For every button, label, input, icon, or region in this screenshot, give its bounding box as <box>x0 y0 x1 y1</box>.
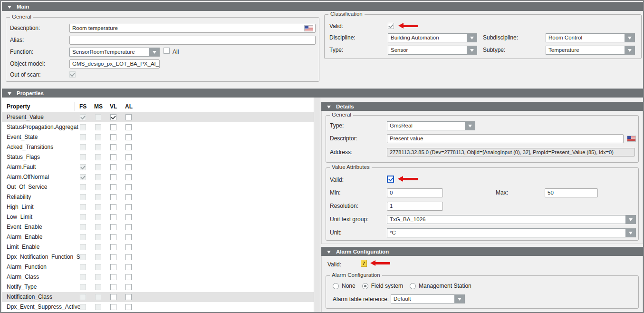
min-input[interactable]: 0 <box>387 188 443 197</box>
vl-checkbox[interactable] <box>110 304 116 310</box>
fs-checkbox[interactable] <box>80 144 86 150</box>
undefined-state-help-icon[interactable]: ? <box>361 260 367 267</box>
resolution-input[interactable]: 1 <box>387 202 443 211</box>
ms-checkbox[interactable] <box>95 164 101 170</box>
vl-checkbox[interactable] <box>110 244 116 250</box>
table-row[interactable]: Status_Flags <box>2 152 314 162</box>
column-header-property[interactable]: Property <box>7 103 30 110</box>
table-row[interactable]: Low_Limit <box>2 212 314 222</box>
table-row[interactable]: Notification_Class <box>2 292 314 302</box>
table-row[interactable]: Alarm.OffNormal <box>2 172 314 182</box>
fs-checkbox[interactable] <box>80 254 86 260</box>
ms-checkbox[interactable] <box>95 274 101 280</box>
ms-checkbox[interactable] <box>95 234 101 240</box>
al-checkbox[interactable] <box>125 244 132 250</box>
unit-dropdown[interactable]: °C <box>387 228 636 237</box>
ms-checkbox[interactable] <box>95 134 101 140</box>
max-input[interactable]: 50 <box>545 188 598 197</box>
collapse-triangle-icon[interactable] <box>8 6 11 9</box>
al-checkbox[interactable] <box>125 174 132 180</box>
al-checkbox[interactable] <box>125 124 132 130</box>
vl-checkbox[interactable] <box>110 114 116 120</box>
ms-checkbox[interactable] <box>95 184 101 190</box>
table-row[interactable]: Alarm_Class <box>2 272 314 282</box>
al-checkbox[interactable] <box>125 134 132 140</box>
function-dropdown[interactable]: SensorRoomTemperature <box>69 48 160 57</box>
vl-checkbox[interactable] <box>110 284 116 290</box>
all-checkbox[interactable] <box>163 48 170 54</box>
ms-checkbox[interactable] <box>95 124 101 130</box>
out-of-scan-checkbox[interactable] <box>69 71 76 78</box>
descriptor-input[interactable]: Present value <box>387 134 624 143</box>
vl-checkbox[interactable] <box>110 234 116 240</box>
collapse-triangle-icon[interactable] <box>327 251 331 254</box>
ms-checkbox[interactable] <box>95 254 101 260</box>
fs-checkbox[interactable] <box>80 114 86 120</box>
ms-checkbox[interactable] <box>95 304 101 310</box>
al-checkbox[interactable] <box>125 154 132 160</box>
subdiscipline-dropdown[interactable]: Room Control <box>546 33 635 42</box>
column-header-ms[interactable]: MS <box>94 103 103 110</box>
column-header-al[interactable]: AL <box>125 103 133 110</box>
vl-checkbox[interactable] <box>110 124 116 130</box>
main-section-header[interactable]: Main <box>2 2 644 11</box>
table-row[interactable]: Alarm.Fault <box>2 162 314 172</box>
radio-icon[interactable] <box>362 283 368 289</box>
fs-checkbox[interactable] <box>80 134 86 140</box>
radio-icon[interactable] <box>410 283 416 289</box>
vl-checkbox[interactable] <box>110 194 116 200</box>
radio-option-field-system[interactable]: Field system <box>362 283 403 289</box>
radio-icon[interactable] <box>333 283 339 289</box>
al-checkbox[interactable] <box>125 164 132 170</box>
ms-checkbox[interactable] <box>95 244 101 250</box>
al-checkbox[interactable] <box>125 184 132 190</box>
ms-checkbox[interactable] <box>95 154 101 160</box>
va-valid-checkbox[interactable] <box>387 176 394 183</box>
fs-checkbox[interactable] <box>80 294 86 300</box>
fs-checkbox[interactable] <box>80 264 86 270</box>
table-row[interactable]: Limit_Enable <box>2 242 314 252</box>
column-header-fs[interactable]: FS <box>79 103 87 110</box>
vl-checkbox[interactable] <box>110 204 116 210</box>
vl-checkbox[interactable] <box>110 154 116 160</box>
al-checkbox[interactable] <box>125 194 132 200</box>
fs-checkbox[interactable] <box>80 304 86 310</box>
fs-checkbox[interactable] <box>80 274 86 280</box>
al-checkbox[interactable] <box>125 234 132 240</box>
unit-text-group-dropdown[interactable]: TxG_BA_1026 <box>387 215 636 224</box>
alias-input[interactable] <box>69 36 316 45</box>
vl-checkbox[interactable] <box>110 174 116 180</box>
table-row[interactable]: Dpx_Event_Suppress_Active <box>2 302 314 312</box>
pane-splitter[interactable] <box>314 98 320 313</box>
vl-checkbox[interactable] <box>110 184 116 190</box>
vl-checkbox[interactable] <box>110 144 116 150</box>
vl-checkbox[interactable] <box>110 264 116 270</box>
ms-checkbox[interactable] <box>95 264 101 270</box>
al-checkbox[interactable] <box>125 294 132 300</box>
table-row[interactable]: Out_Of_Service <box>2 182 314 192</box>
ms-checkbox[interactable] <box>95 194 101 200</box>
al-checkbox[interactable] <box>125 284 132 290</box>
object-model-input[interactable]: GMS_desigo_px_EOT_BA_PX_AI_10 <box>69 59 160 68</box>
fs-checkbox[interactable] <box>80 214 86 220</box>
al-checkbox[interactable] <box>125 304 132 310</box>
table-row[interactable]: Alarm_Enable <box>2 232 314 242</box>
radio-option-management-station[interactable]: Management Station <box>410 283 471 289</box>
al-checkbox[interactable] <box>125 254 132 260</box>
details-section-header[interactable]: Details <box>321 102 643 111</box>
table-row[interactable]: Notify_Type <box>2 282 314 292</box>
ms-checkbox[interactable] <box>95 114 101 120</box>
ms-checkbox[interactable] <box>95 174 101 180</box>
classification-valid-checkbox[interactable] <box>388 23 394 29</box>
table-row[interactable]: Dpx_Notification_Function_S <box>2 252 314 262</box>
al-checkbox[interactable] <box>125 264 132 270</box>
column-header-vl[interactable]: VL <box>110 103 117 110</box>
ms-checkbox[interactable] <box>95 214 101 220</box>
radio-option-none[interactable]: None <box>333 283 356 289</box>
alarm-table-reference-dropdown[interactable]: Default <box>391 294 465 303</box>
properties-section-header[interactable]: Properties <box>2 88 644 98</box>
details-type-dropdown[interactable]: GmsReal <box>387 121 475 130</box>
ms-checkbox[interactable] <box>95 204 101 210</box>
table-row[interactable]: Present_Value <box>2 112 314 122</box>
fs-checkbox[interactable] <box>80 184 86 190</box>
